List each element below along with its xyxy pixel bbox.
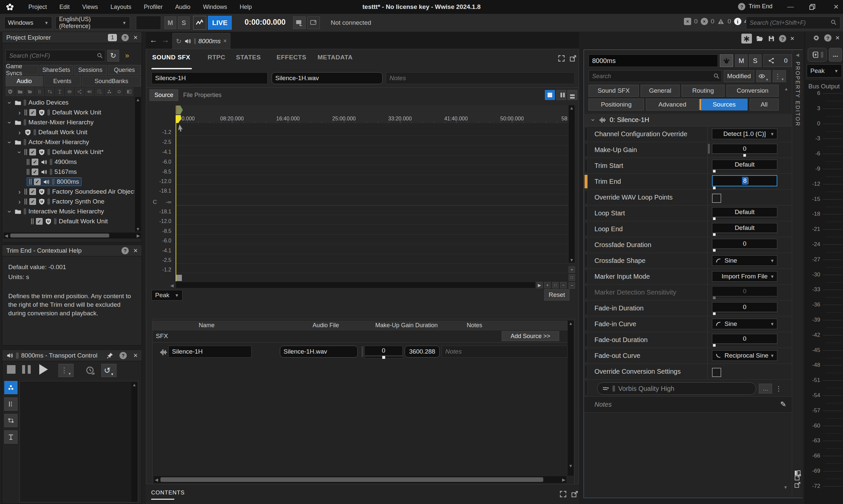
menu-audio[interactable]: Audio — [175, 4, 191, 11]
column-header-make-up-gain[interactable]: Make-Up Gain — [375, 322, 414, 329]
dropdown-fade-out-curve[interactable]: Reciprocal Sine▼ — [712, 350, 777, 361]
property-tab-general[interactable]: General — [641, 85, 680, 97]
scroll-up-icon[interactable]: ▲ — [135, 97, 141, 102]
save-icon[interactable] — [768, 35, 775, 42]
collapse-panel-icon[interactable]: ◀ — [792, 50, 803, 60]
expander-icon[interactable]: › — [6, 209, 14, 214]
marker-lane[interactable] — [176, 105, 568, 115]
dropdown-marker-input-mode[interactable]: Import From File▼ — [712, 271, 777, 282]
scrollbar-thumb[interactable] — [10, 234, 109, 237]
remote-connect-icon[interactable] — [293, 17, 306, 29]
edit-field-trim-end[interactable]: 8 — [712, 175, 777, 186]
row-grip-icon[interactable] — [584, 206, 587, 220]
property-tab-routing[interactable]: Routing — [682, 85, 724, 97]
explorer-tab-soundbanks[interactable]: SoundBanks — [82, 76, 141, 86]
editor-tab-metadata[interactable]: METADATA — [318, 54, 352, 61]
value-field-fade-in-duration[interactable]: 0 — [712, 302, 777, 312]
transport-scrollbar[interactable]: ▲ — [131, 382, 137, 502]
tree-horizontal-scrollbar[interactable]: ◀ ▶ — [4, 233, 141, 238]
slider-handle[interactable] — [382, 356, 385, 359]
row-grip-icon[interactable] — [584, 270, 587, 283]
explorer-toolbar-icon-2[interactable] — [25, 87, 34, 96]
dropdown-fade-in-curve[interactable]: Sine▼ — [712, 319, 777, 329]
menu-windows[interactable]: Windows — [203, 4, 227, 11]
zoom-out-horizontal-icon[interactable]: − — [560, 282, 566, 288]
fullscreen-icon[interactable] — [559, 490, 567, 498]
close-tab-icon[interactable]: × — [223, 38, 227, 44]
checkbox[interactable]: ✓ — [34, 178, 40, 185]
slider-handle[interactable] — [713, 344, 716, 347]
property-tab-all[interactable]: All — [750, 98, 779, 110]
checkbox-override-wav-loop-points[interactable] — [712, 194, 721, 203]
add-source-button[interactable]: Add Source >> — [502, 331, 559, 341]
source-gain-field[interactable]: 0 — [364, 346, 403, 356]
checkbox[interactable]: ✓ — [32, 159, 38, 165]
restore-button[interactable] — [809, 3, 816, 11]
timeline-ruler[interactable]: 00.00008:20.00016:40.00025:00.00033:20.0… — [176, 115, 568, 123]
value-field-loop-end[interactable]: Default — [712, 223, 777, 233]
explorer-toolbar-icon-10[interactable] — [105, 87, 113, 96]
source-file-field[interactable] — [280, 346, 358, 358]
scroll-up-icon[interactable]: ▲ — [569, 105, 575, 110]
close-icon[interactable]: × — [133, 352, 138, 359]
property-tab-sound-sfx[interactable]: Sound SFX — [589, 85, 639, 97]
explorer-toolbar-icon-8[interactable] — [85, 87, 94, 96]
tabs-scroll-up-icon[interactable]: ▲ — [783, 86, 789, 91]
explorer-toolbar-icon-9[interactable] — [95, 87, 104, 96]
live-button[interactable]: LIVE — [208, 16, 232, 30]
notes-placeholder[interactable]: Notes — [595, 401, 612, 408]
zoom-in-horizontal-icon[interactable]: + — [544, 282, 550, 288]
wave-hscrollbar[interactable] — [176, 282, 535, 288]
play-button[interactable] — [39, 364, 48, 375]
switch-button[interactable] — [4, 414, 17, 427]
value-field-marker-detection-sensitivity[interactable]: 0 — [712, 286, 777, 296]
pause-button[interactable] — [22, 365, 31, 374]
expander-icon[interactable]: › — [17, 129, 22, 136]
platform-select[interactable]: Windows▼ — [4, 17, 52, 29]
remote-platform-icon[interactable] — [307, 17, 320, 29]
tree-item-master-mixer-hierarchy[interactable]: ›Master-Mixer Hierarchy — [7, 118, 93, 127]
row-grip-icon[interactable] — [584, 365, 587, 378]
dropdown-crossfade-shape[interactable]: Sine▼ — [712, 255, 777, 266]
row-grip-icon[interactable] — [584, 175, 587, 188]
meter-more-button[interactable]: ... — [829, 48, 842, 62]
playlist-button[interactable] — [4, 397, 17, 411]
slider-handle[interactable] — [743, 154, 746, 157]
checkbox-override-conversion-settings[interactable] — [712, 368, 721, 377]
explorer-tab-sharesets[interactable]: ShareSets — [40, 65, 73, 75]
explorer-toolbar-icon-7[interactable] — [75, 87, 84, 96]
popout-icon[interactable] — [569, 54, 577, 62]
explorer-toolbar-icon-1[interactable] — [16, 87, 24, 96]
menu-edit[interactable]: Edit — [59, 4, 70, 11]
explorer-toolbar-icon-3[interactable] — [35, 87, 44, 96]
explorer-toolbar-icon-4[interactable] — [45, 87, 54, 96]
tree-item-default-work-unit[interactable]: ›Default Work Unit — [17, 127, 87, 137]
row-grip-icon[interactable] — [584, 381, 587, 395]
queue-button[interactable] — [4, 381, 17, 394]
editor-tab-effects[interactable]: EFFECTS — [277, 54, 306, 61]
view-list-button[interactable] — [567, 90, 577, 100]
row-grip-icon[interactable] — [584, 349, 587, 362]
scroll-left-icon[interactable]: ◀ — [4, 233, 9, 238]
menu-views[interactable]: Views — [82, 4, 98, 11]
minimize-button[interactable]: — — [785, 2, 796, 11]
tree-item-factory-soundseed-air-objects[interactable]: ›✓Factory Soundseed Air Objects — [17, 187, 134, 197]
more-options-icon[interactable]: ⋮▼ — [773, 70, 786, 82]
editor-tab-states[interactable]: STATES — [236, 54, 261, 61]
contents-vscrollbar[interactable]: ▲ ▼ — [568, 321, 574, 475]
tree-item-interactive-music-hierarchy[interactable]: ›Interactive Music Hierarchy — [7, 206, 104, 216]
global-search-input[interactable] — [746, 17, 840, 29]
close-icon[interactable]: × — [133, 34, 138, 41]
source-name-input[interactable] — [168, 346, 251, 358]
nav-forward-icon[interactable]: → — [160, 35, 170, 45]
row-grip-icon[interactable] — [584, 222, 587, 236]
meter-source-button[interactable] — [808, 48, 827, 62]
explorer-toolbar-icon-5[interactable] — [55, 87, 64, 96]
meter-mode-select[interactable]: Peak▼ — [807, 64, 842, 77]
property-tab-conversion[interactable]: Conversion — [726, 85, 779, 97]
contents-hscrollbar[interactable]: ◀ ▶ — [154, 476, 566, 483]
explorer-tab-sessions[interactable]: Sessions — [74, 65, 107, 75]
slider-track[interactable] — [712, 234, 777, 235]
row-grip-icon[interactable] — [584, 159, 587, 173]
expander-icon[interactable]: › — [17, 188, 22, 196]
